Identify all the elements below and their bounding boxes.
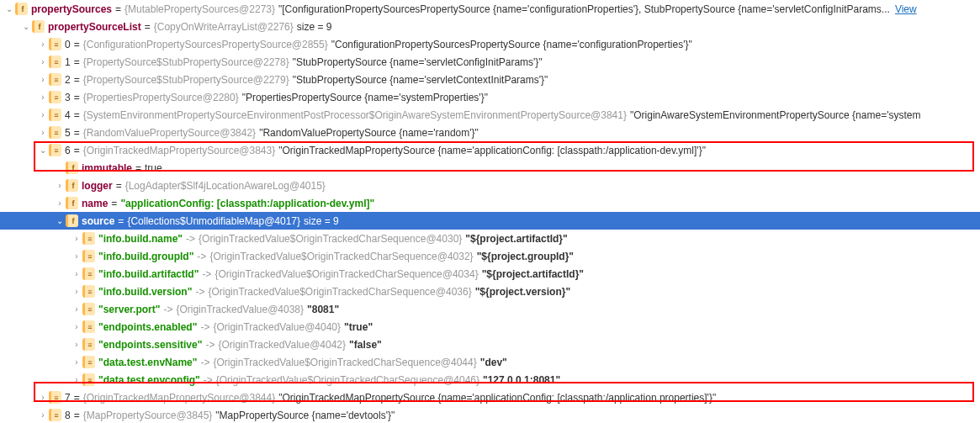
- chevron-right-icon[interactable]: ›: [37, 75, 49, 84]
- node-name[interactable]: › f name = "applicationConfig: [classpat…: [0, 194, 980, 212]
- map-entry[interactable]: ›≡"info.build.name"->{OriginTrackedValue…: [0, 230, 980, 247]
- entry-key: "info.build.name": [98, 233, 183, 245]
- node-item-7[interactable]: › ≡ 7 = {OriginTrackedMapPropertySource@…: [0, 389, 980, 406]
- view-link[interactable]: View: [895, 3, 917, 15]
- node-item-8[interactable]: › ≡ 8 = {MapPropertySource@3845} "MapPro…: [0, 406, 980, 423]
- entry-value: "true": [344, 321, 373, 333]
- chevron-right-icon[interactable]: ›: [54, 198, 66, 208]
- map-entry[interactable]: ›≡"data.test.envName"->{OriginTrackedVal…: [0, 353, 980, 371]
- index: 4: [65, 109, 71, 121]
- node-propertySources[interactable]: ⌄ f propertySources = {MutablePropertySo…: [0, 0, 980, 18]
- chevron-right-icon[interactable]: ›: [37, 393, 49, 402]
- index: 6: [65, 145, 71, 156]
- chevron-right-icon[interactable]: ›: [37, 57, 49, 66]
- node-item-0[interactable]: ›≡0={ConfigurationPropertySourcesPropert…: [0, 35, 980, 53]
- field-icon: f: [66, 161, 78, 174]
- node-item-6[interactable]: ⌄ ≡ 6 = {OriginTrackedMapPropertySource@…: [0, 141, 980, 159]
- node-logger[interactable]: › f logger = {LogAdapter$Slf4jLocationAw…: [0, 177, 980, 194]
- chevron-right-icon[interactable]: ›: [71, 287, 82, 296]
- chevron-right-icon[interactable]: ›: [71, 234, 82, 243]
- value-text: "StubPropertySource {name='servletConfig…: [293, 56, 543, 68]
- node-item-4[interactable]: ›≡4={SystemEnvironmentPropertySourceEnvi…: [0, 106, 980, 124]
- object-hash: {SystemEnvironmentPropertySourceEnvironm…: [83, 109, 627, 121]
- object-hash: {ConfigurationPropertySourcesPropertySou…: [83, 39, 328, 50]
- chevron-right-icon[interactable]: ›: [37, 410, 49, 420]
- field-icon: f: [32, 20, 45, 33]
- entry-value: "${project.artifactId}": [465, 233, 567, 245]
- value-text: "applicationConfig: [classpath:/applicat…: [120, 198, 374, 209]
- value-text: "RandomValuePropertySource {name='random…: [259, 127, 479, 139]
- var-name: name: [82, 198, 108, 209]
- node-immutable[interactable]: f immutable = true: [0, 159, 980, 177]
- map-entry[interactable]: ›≡"info.build.artifactId"->{OriginTracke…: [0, 265, 980, 283]
- map-entry[interactable]: ›≡"data.test.envconfig"->{OriginTrackedV…: [0, 371, 980, 389]
- node-source-selected[interactable]: ⌄ f source = {Collections$UnmodifiableMa…: [0, 212, 980, 230]
- var-name: source: [82, 215, 114, 227]
- chevron-right-icon[interactable]: ›: [37, 110, 49, 119]
- index: 7: [65, 392, 71, 404]
- node-item-2[interactable]: ›≡2={PropertySource$StubPropertySource@2…: [0, 71, 980, 88]
- array-item-icon: ≡: [49, 391, 61, 404]
- index: 1: [65, 56, 71, 68]
- size-text: size = 9: [297, 21, 332, 33]
- map-entry[interactable]: ›≡"server.port"->{OriginTrackedValue@403…: [0, 300, 980, 318]
- arrow-map-icon: ->: [163, 304, 172, 315]
- value-text: "OriginTrackedMapPropertySource {name='a…: [278, 392, 716, 404]
- chevron-down-icon[interactable]: ⌄: [37, 145, 49, 155]
- map-entry-icon: ≡: [82, 250, 95, 262]
- object-hash: {Collections$UnmodifiableMap@4017}: [127, 215, 300, 227]
- chevron-right-icon[interactable]: ›: [71, 357, 82, 367]
- chevron-right-icon[interactable]: ›: [71, 340, 82, 349]
- chevron-right-icon[interactable]: ›: [37, 93, 49, 102]
- value-text: "OriginTrackedMapPropertySource {name='a…: [278, 145, 706, 156]
- var-name: logger: [82, 180, 113, 192]
- object-hash: {OriginTrackedValue$OriginTrackedCharSeq…: [216, 374, 479, 386]
- map-entry[interactable]: ›≡"endpoints.sensitive"->{OriginTrackedV…: [0, 336, 980, 353]
- value-text: "MapPropertySource {name='devtools'}": [215, 410, 395, 421]
- array-item-icon: ≡: [49, 409, 61, 421]
- chevron-right-icon[interactable]: ›: [37, 40, 49, 49]
- index: 5: [65, 127, 71, 139]
- arrow-map-icon: ->: [186, 233, 195, 245]
- chevron-right-icon[interactable]: ›: [37, 128, 49, 137]
- object-hash: {OriginTrackedMapPropertySource@3844}: [83, 392, 276, 404]
- chevron-right-icon[interactable]: ›: [54, 181, 66, 190]
- map-entry[interactable]: ›≡"info.build.version"->{OriginTrackedVa…: [0, 283, 980, 300]
- value-text: true: [145, 162, 162, 174]
- chevron-right-icon[interactable]: ›: [71, 269, 82, 278]
- field-icon: f: [66, 179, 78, 192]
- node-item-5[interactable]: ›≡5={RandomValuePropertySource@3842}"Ran…: [0, 124, 980, 141]
- object-hash: {MapPropertySource@3845}: [83, 410, 213, 421]
- object-hash: {LogAdapter$Slf4jLocationAwareLog@4015}: [125, 180, 326, 192]
- map-entry[interactable]: ›≡"info.build.groupId"->{OriginTrackedVa…: [0, 247, 980, 265]
- index: 2: [65, 74, 71, 86]
- object-hash: {MutablePropertySources@2273}: [124, 3, 275, 15]
- chevron-down-icon[interactable]: ⌄: [3, 4, 15, 13]
- map-entry[interactable]: ›≡"endpoints.enabled"->{OriginTrackedVal…: [0, 318, 980, 336]
- field-icon: f: [66, 214, 78, 227]
- map-entry-icon: ≡: [82, 373, 95, 386]
- node-item-3[interactable]: ›≡3={PropertiesPropertySource@2280}"Prop…: [0, 88, 980, 106]
- var-name: immutable: [82, 162, 132, 174]
- map-entry-icon: ≡: [82, 267, 95, 280]
- node-propertySourceList[interactable]: ⌄ f propertySourceList = {CopyOnWriteArr…: [0, 18, 980, 35]
- entry-key: "info.build.version": [98, 286, 192, 298]
- chevron-right-icon[interactable]: ›: [71, 304, 82, 314]
- size-text: size = 9: [304, 215, 339, 227]
- node-item-1[interactable]: ›≡1={PropertySource$StubPropertySource@2…: [0, 53, 980, 71]
- array-item-icon: ≡: [49, 144, 61, 156]
- chevron-right-icon[interactable]: ›: [71, 251, 82, 261]
- chevron-right-icon[interactable]: ›: [71, 322, 82, 331]
- index: 3: [65, 92, 71, 103]
- equals: =: [115, 3, 121, 15]
- object-hash: {PropertySource$StubPropertySource@2278}: [83, 56, 289, 68]
- entry-value: "8081": [307, 304, 339, 315]
- chevron-right-icon[interactable]: ›: [71, 375, 82, 384]
- chevron-down-icon[interactable]: ⌄: [54, 216, 66, 225]
- value-text: "[ConfigurationPropertySourcesPropertySo…: [278, 3, 890, 15]
- field-icon: f: [15, 3, 28, 15]
- object-hash: {OriginTrackedValue$OriginTrackedCharSeq…: [199, 233, 462, 245]
- object-hash: {OriginTrackedValue@4040}: [213, 321, 341, 333]
- entry-key: "endpoints.enabled": [98, 321, 197, 333]
- chevron-down-icon[interactable]: ⌄: [20, 22, 32, 31]
